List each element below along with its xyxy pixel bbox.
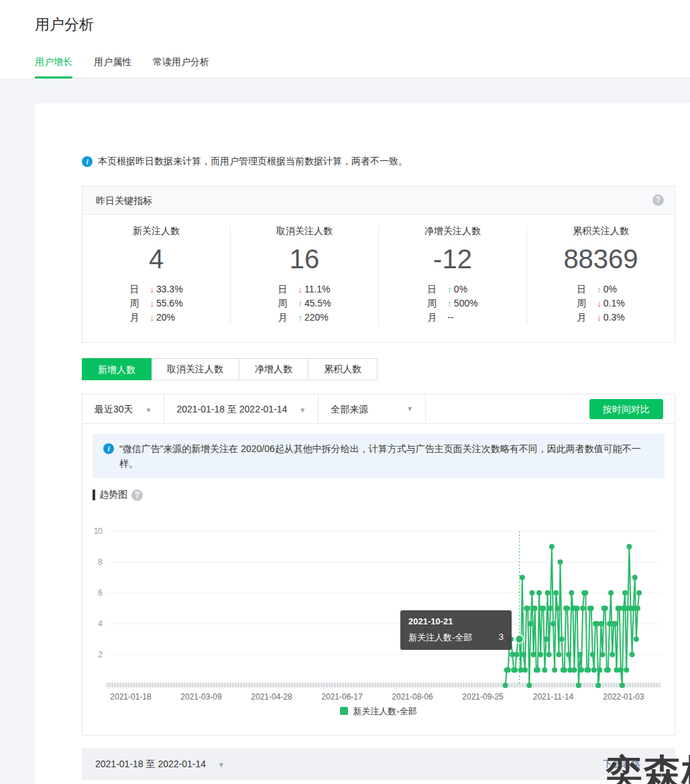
wechat-ads-banner: i “微信广告”来源的新增关注在 2020/06起从其他中拆分给出，计算方式与广… [93, 434, 665, 478]
delta-period: 周 [577, 296, 597, 311]
metric-label: 累积关注人数 [527, 225, 675, 237]
delta-value: 55.6% [156, 296, 183, 311]
date-range-select[interactable]: 2021-01-18 至 2022-01-14 ▼ [164, 394, 319, 424]
metric-净增关注人数: 净增关注人数-12日↑0%周↑500%月-- [378, 225, 526, 325]
metric-value: -12 [379, 244, 526, 274]
main-card: i 本页根据昨日数据来计算，而用户管理页根据当前数据计算，两者不一致。 昨日关键… [35, 103, 690, 784]
metric-delta-row: 日↓11.1% [278, 282, 331, 296]
metric-value: 16 [231, 244, 378, 274]
table-toolbar: 2021-01-18 至 2022-01-14 ▼ 下载表格 [82, 748, 675, 780]
delta-value: 0% [603, 282, 617, 296]
delta-period: 周 [278, 296, 298, 311]
metrics-card-header: 昨日关键指标 ? [82, 186, 675, 215]
title-bar-decoration [93, 490, 95, 500]
chevron-down-icon: ▼ [406, 394, 413, 424]
chart-legend[interactable]: 新关注人数-全部 [82, 705, 675, 718]
info-icon: i [103, 443, 114, 454]
delta-value: 500% [454, 296, 478, 311]
metric-tab-新增人数[interactable]: 新增人数 [82, 358, 152, 380]
table-date-range-value: 2021-01-18 至 2022-01-14 [95, 759, 206, 769]
delta-period: 日 [577, 282, 597, 296]
delta-period: 日 [129, 282, 150, 296]
arrow-up-icon: ↑ [447, 282, 452, 296]
delta-period: 日 [278, 282, 298, 296]
chevron-down-icon: ▼ [145, 406, 152, 414]
arrow-up-icon: ↑ [597, 282, 601, 296]
metric-delta-row: 周↑45.5% [278, 296, 331, 311]
svg-text:10: 10 [94, 526, 103, 536]
delta-value: 33.3% [156, 282, 183, 296]
tooltip-date: 2021-10-21 [408, 616, 504, 626]
svg-text:2021-08-06: 2021-08-06 [392, 692, 433, 702]
table-date-range-select[interactable]: 2021-01-18 至 2022-01-14 ▼ [95, 759, 225, 771]
metric-delta-row: 月↓0.3% [577, 311, 624, 325]
metric-delta-row: 月↓20% [129, 311, 182, 325]
delta-period: 周 [129, 296, 150, 311]
top-note-text: 本页根据昨日数据来计算，而用户管理页根据当前数据计算，两者不一致。 [98, 156, 408, 168]
metric-tab-累积人数[interactable]: 累积人数 [308, 358, 378, 380]
legend-label: 新关注人数-全部 [353, 706, 416, 716]
metric-tab-取消关注人数[interactable]: 取消关注人数 [151, 358, 239, 380]
page-tabs: 用户增长用户属性常读用户分析 [35, 56, 690, 78]
metric-累积关注人数: 累积关注人数88369日↑0%周↓0.1%月↓0.3% [526, 225, 675, 325]
delta-period: 周 [427, 296, 447, 311]
top-note: i 本页根据昨日数据来计算，而用户管理页根据当前数据计算，两者不一致。 [82, 156, 675, 168]
question-icon[interactable]: ? [652, 194, 664, 206]
arrow-down-icon: ↓ [298, 282, 302, 296]
arrow-down-icon: ↓ [597, 311, 601, 325]
metric-新关注人数: 新关注人数4日↓33.3%周↓55.6%月↓20% [82, 225, 230, 325]
svg-text:2: 2 [98, 650, 103, 659]
tab-常读用户分析[interactable]: 常读用户分析 [153, 56, 209, 78]
metric-deltas: 日↑0%周↑500%月-- [427, 282, 477, 325]
svg-text:2021-09-25: 2021-09-25 [462, 692, 504, 702]
filter-row: 最近30天 ▼ 2021-01-18 至 2022-01-14 ▼ 全部来源 ▼… [82, 394, 675, 424]
metric-label: 净增关注人数 [379, 225, 526, 237]
page-body: i 本页根据昨日数据来计算，而用户管理页根据当前数据计算，两者不一致。 昨日关键… [0, 78, 690, 784]
metric-label: 新关注人数 [82, 225, 230, 237]
arrow-up-icon: ↑ [298, 296, 302, 311]
metric-delta-row: 周↓0.1% [577, 296, 624, 311]
tab-用户增长[interactable]: 用户增长 [35, 56, 72, 78]
date-range-value: 2021-01-18 至 2022-01-14 [176, 404, 287, 414]
svg-text:2021-11-14: 2021-11-14 [533, 692, 574, 702]
watermark: 奕森格 [606, 748, 690, 784]
metric-tab-净增人数[interactable]: 净增人数 [239, 358, 308, 380]
question-icon[interactable]: ? [131, 490, 143, 501]
trend-title-text: 趋势图 [99, 489, 127, 501]
svg-text:8: 8 [98, 557, 103, 567]
metric-value: 4 [82, 244, 230, 274]
delta-period: 月 [129, 311, 150, 325]
svg-text:2022-01-03: 2022-01-03 [603, 692, 644, 702]
tab-用户属性[interactable]: 用户属性 [94, 56, 131, 78]
svg-text:2021-03-09: 2021-03-09 [180, 692, 222, 702]
arrow-down-icon: ↓ [150, 296, 154, 311]
delta-period: 月 [278, 311, 298, 325]
svg-text:4: 4 [98, 619, 103, 628]
delta-period: 月 [577, 311, 597, 325]
metric-delta-row: 月↑220% [278, 311, 331, 325]
delta-value: 45.5% [304, 296, 331, 311]
trend-panel: 最近30天 ▼ 2021-01-18 至 2022-01-14 ▼ 全部来源 ▼… [82, 394, 675, 736]
compare-by-time-button[interactable]: 按时间对比 [589, 399, 663, 419]
chevron-down-icon: ▼ [218, 761, 225, 769]
metrics-body: 新关注人数4日↓33.3%周↓55.6%月↓20%取消关注人数16日↓11.1%… [82, 215, 675, 342]
svg-text:6: 6 [98, 588, 103, 598]
trend-chart-title: 趋势图 ? [93, 489, 675, 501]
legend-swatch-icon [340, 707, 348, 715]
metric-delta-row: 日↑0% [577, 282, 624, 296]
trend-chart[interactable]: 2468102021-01-182021-03-092021-04-282021… [82, 525, 675, 705]
metric-delta-row: 周↑500% [427, 296, 477, 311]
metric-取消关注人数: 取消关注人数16日↓11.1%周↑45.5%月↑220% [230, 225, 378, 325]
metric-deltas: 日↓11.1%周↑45.5%月↑220% [278, 282, 331, 325]
metric-deltas: 日↓33.3%周↓55.6%月↓20% [129, 282, 182, 325]
delta-value: 0.3% [603, 311, 625, 325]
source-select-value: 全部来源 [331, 394, 368, 424]
page-title: 用户分析 [35, 15, 690, 35]
source-select[interactable]: 全部来源 ▼ [319, 394, 426, 424]
arrow-up-icon: ↑ [298, 311, 302, 325]
delta-value: 220% [304, 311, 329, 325]
delta-value: 0.1% [603, 296, 625, 311]
tooltip-value: 3 [499, 632, 504, 644]
range-select[interactable]: 最近30天 ▼ [82, 394, 164, 424]
metric-delta-row: 日↓33.3% [129, 282, 182, 296]
